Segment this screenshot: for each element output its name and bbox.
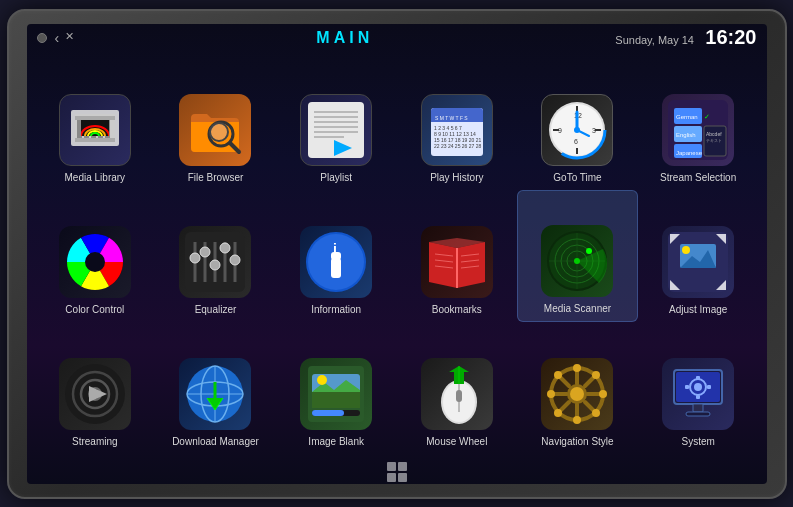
svg-rect-150 — [693, 404, 703, 412]
svg-point-137 — [599, 390, 607, 398]
svg-point-138 — [554, 371, 562, 379]
win-btn-bl — [387, 473, 396, 482]
goto-time-label: GoTo Time — [553, 172, 601, 184]
app-playlist[interactable]: Playlist — [276, 58, 397, 190]
mouse-wheel-icon — [421, 358, 493, 430]
svg-point-68 — [220, 243, 230, 253]
datetime-display: Sunday, May 14 16:20 — [615, 26, 756, 49]
svg-text:9: 9 — [558, 127, 562, 134]
win-btn-br — [398, 473, 407, 482]
bookmarks-icon — [421, 226, 493, 298]
svg-point-135 — [573, 416, 581, 424]
svg-text:6: 6 — [574, 138, 578, 145]
mouse-wheel-label: Mouse Wheel — [426, 436, 487, 448]
topbar-left: ‹ ✕ — [37, 30, 75, 46]
file-browser-icon — [179, 94, 251, 166]
file-browser-label: File Browser — [188, 172, 244, 184]
svg-point-94 — [682, 246, 690, 254]
image-blank-icon — [300, 358, 372, 430]
svg-rect-146 — [696, 376, 700, 380]
svg-text:English: English — [676, 132, 696, 138]
color-control-label: Color Control — [65, 304, 124, 316]
svg-rect-112 — [312, 392, 360, 408]
main-title: MAIN — [316, 29, 373, 47]
image-blank-label: Image Blank — [308, 436, 364, 448]
app-color-control[interactable]: Color Control — [35, 190, 156, 322]
svg-point-65 — [190, 253, 200, 263]
svg-text:✓: ✓ — [704, 113, 710, 120]
app-navigation-style[interactable]: Navigation Style — [517, 322, 638, 454]
screen: ‹ ✕ MAIN Sunday, May 14 16:20 — [27, 24, 767, 484]
time-text: 16:20 — [705, 26, 756, 48]
system-label: System — [681, 436, 714, 448]
svg-text:German: German — [676, 114, 698, 120]
svg-point-16 — [210, 123, 228, 141]
svg-point-136 — [547, 390, 555, 398]
app-media-scanner[interactable]: Media Scanner — [517, 190, 638, 322]
app-goto-time[interactable]: 12 6 9 3 GoTo Time — [517, 58, 638, 190]
stream-selection-icon: German English Japanese ✓ Abcdef テキスト — [662, 94, 734, 166]
app-equalizer[interactable]: Equalizer — [155, 190, 276, 322]
app-streaming[interactable]: Streaming — [35, 322, 156, 454]
media-scanner-label: Media Scanner — [544, 303, 611, 315]
navigation-style-label: Navigation Style — [541, 436, 613, 448]
color-control-icon — [59, 226, 131, 298]
svg-point-44 — [574, 127, 580, 133]
svg-text:Japanese: Japanese — [676, 150, 703, 156]
app-stream-selection[interactable]: German English Japanese ✓ Abcdef テキスト St… — [638, 58, 759, 190]
bookmarks-label: Bookmarks — [432, 304, 482, 316]
adjust-image-icon — [662, 226, 734, 298]
svg-point-140 — [592, 371, 600, 379]
svg-point-125 — [570, 387, 584, 401]
svg-point-66 — [200, 247, 210, 257]
svg-point-67 — [210, 260, 220, 270]
svg-point-141 — [554, 409, 562, 417]
play-history-icon: S M T W T F S 1 2 3 4 5 6 7 8 9 10 11 12… — [421, 94, 493, 166]
app-file-browser[interactable]: File Browser — [155, 58, 276, 190]
svg-point-89 — [586, 248, 592, 254]
svg-point-134 — [573, 364, 581, 372]
app-grid: Media Library File Browser — [27, 52, 767, 460]
svg-text:22 23 24 25 26 27 28: 22 23 24 25 26 27 28 — [434, 143, 481, 149]
svg-rect-147 — [696, 395, 700, 399]
svg-point-69 — [230, 255, 240, 265]
stream-selection-label: Stream Selection — [660, 172, 736, 184]
system-icon — [662, 358, 734, 430]
svg-point-139 — [592, 409, 600, 417]
app-system[interactable]: System — [638, 322, 759, 454]
svg-rect-74 — [331, 252, 341, 260]
app-information[interactable]: i Information — [276, 190, 397, 322]
win-btn-tr — [398, 462, 407, 471]
close-button[interactable]: ✕ — [65, 30, 74, 46]
svg-rect-149 — [707, 385, 711, 389]
svg-text:テキスト: テキスト — [706, 138, 722, 143]
svg-rect-7 — [75, 116, 115, 120]
svg-text:Abcdef: Abcdef — [706, 131, 722, 137]
svg-point-145 — [694, 383, 702, 391]
information-icon: i — [300, 226, 372, 298]
media-library-label: Media Library — [65, 172, 126, 184]
svg-rect-8 — [75, 138, 115, 142]
back-button[interactable]: ‹ — [55, 30, 60, 46]
svg-rect-116 — [312, 410, 344, 416]
streaming-icon — [59, 358, 131, 430]
bottom-bar — [27, 460, 767, 484]
app-play-history[interactable]: S M T W T F S 1 2 3 4 5 6 7 8 9 10 11 12… — [396, 58, 517, 190]
app-adjust-image[interactable]: Adjust Image — [638, 190, 759, 322]
svg-point-90 — [574, 258, 580, 264]
app-mouse-wheel[interactable]: Mouse Wheel — [396, 322, 517, 454]
app-download-manager[interactable]: Download Manager — [155, 322, 276, 454]
app-media-library[interactable]: Media Library — [35, 58, 156, 190]
download-manager-icon — [179, 358, 251, 430]
equalizer-icon — [179, 226, 251, 298]
device-frame: ‹ ✕ MAIN Sunday, May 14 16:20 — [7, 9, 787, 499]
svg-rect-73 — [331, 258, 341, 278]
download-manager-label: Download Manager — [172, 436, 259, 448]
playlist-label: Playlist — [320, 172, 352, 184]
app-bookmarks[interactable]: Bookmarks — [396, 190, 517, 322]
app-image-blank[interactable]: Image Blank — [276, 322, 397, 454]
streaming-label: Streaming — [72, 436, 118, 448]
windows-button[interactable] — [387, 462, 407, 482]
media-scanner-icon — [541, 225, 613, 297]
nav-controls: ‹ ✕ — [55, 30, 75, 46]
